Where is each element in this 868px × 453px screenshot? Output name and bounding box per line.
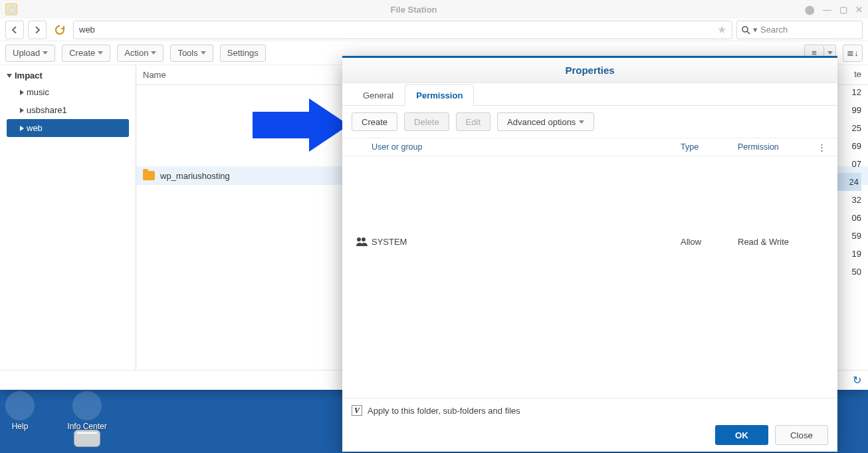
chevron-down-icon (201, 51, 206, 55)
close-icon[interactable]: ✕ (855, 5, 863, 15)
search-box[interactable]: ▾ Search (736, 21, 863, 39)
chevron-down-icon (98, 51, 103, 55)
permission-table-body: SYSTEM Allow Read & Write (342, 156, 837, 398)
path-input[interactable]: web ★ (73, 21, 732, 39)
desktop-icon-help[interactable]: Help (0, 391, 40, 431)
tree-item-web[interactable]: web (7, 119, 129, 137)
search-placeholder: Search (760, 25, 788, 35)
perm-delete-button[interactable]: Delete (404, 112, 449, 131)
drive-icon (74, 430, 100, 447)
window-title: File Station (23, 5, 805, 15)
table-row[interactable]: SYSTEM Allow Read & Write (352, 229, 828, 253)
col-permission[interactable]: Permission (738, 142, 817, 152)
chevron-down-icon (7, 74, 12, 78)
app-icon (5, 3, 17, 15)
dialog-title: Properties (342, 58, 837, 83)
row-name: SYSTEM (372, 237, 407, 247)
apply-checkbox-row[interactable]: V Apply to this folder, sub-folders and … (352, 405, 828, 416)
tab-general[interactable]: General (352, 84, 405, 106)
chevron-right-icon (20, 108, 24, 113)
pin-icon[interactable]: ⬤ (805, 5, 815, 15)
apply-label: Apply to this folder, sub-folders and fi… (368, 406, 520, 416)
item-name: wp_mariushosting (160, 171, 230, 181)
sort-button[interactable]: ≣↓ (843, 45, 863, 62)
group-icon (356, 237, 368, 246)
svg-marker-2 (253, 98, 349, 152)
chevron-down-icon (151, 51, 156, 55)
window-controls: ⬤ — ▢ ✕ (805, 5, 863, 15)
perm-edit-button[interactable]: Edit (456, 112, 490, 131)
svg-point-4 (362, 237, 366, 241)
col-user-or-group[interactable]: User or group (372, 142, 681, 152)
favorite-star-icon[interactable]: ★ (717, 23, 726, 36)
info-icon (72, 391, 102, 420)
path-value: web (79, 25, 95, 35)
help-icon (5, 391, 35, 420)
perm-advanced-button[interactable]: Advanced options (497, 112, 594, 131)
column-name: Name (143, 70, 166, 80)
svg-point-0 (742, 27, 748, 32)
maximize-icon[interactable]: ▢ (839, 5, 847, 15)
dialog-tabs: General Permission (342, 83, 837, 106)
create-button[interactable]: Create (62, 45, 110, 62)
size-column-fragment: te 12 99 25 69 07 24 32 06 59 19 50 (837, 65, 868, 281)
upload-button[interactable]: Upload (5, 45, 55, 62)
folder-icon (143, 171, 155, 180)
checkbox-checked-icon[interactable]: V (352, 405, 362, 416)
back-button[interactable] (5, 21, 24, 39)
tab-permission[interactable]: Permission (405, 84, 474, 106)
dialog-toolbar: Create Delete Edit Advanced options (342, 106, 837, 138)
folder-tree: Impact music usbshare1 web (0, 65, 136, 370)
svg-point-3 (357, 237, 361, 241)
search-icon (741, 25, 750, 35)
reload-button[interactable] (51, 21, 69, 39)
row-type: Allow (681, 237, 738, 247)
chevron-right-icon (20, 126, 24, 131)
properties-dialog: Properties General Permission Create Del… (342, 56, 837, 452)
tree-item-music[interactable]: music (0, 83, 136, 101)
chevron-right-icon (20, 90, 24, 95)
titlebar: File Station ⬤ — ▢ ✕ (0, 0, 868, 19)
col-type[interactable]: Type (681, 142, 738, 152)
permission-table-header: User or group Type Permission ⋮ (342, 138, 837, 156)
ok-button[interactable]: OK (715, 425, 768, 445)
settings-button[interactable]: Settings (220, 45, 266, 62)
chevron-down-icon (579, 120, 584, 124)
dialog-footer: V Apply to this folder, sub-folders and … (342, 398, 837, 452)
tree-root-impact[interactable]: Impact (0, 68, 136, 83)
nav-row: web ★ ▾ Search (0, 19, 868, 41)
annotation-arrow (246, 93, 352, 160)
tools-button[interactable]: Tools (170, 45, 213, 62)
refresh-icon[interactable]: ↻ (853, 374, 861, 386)
action-button[interactable]: Action (117, 45, 163, 62)
minimize-icon[interactable]: — (823, 5, 831, 15)
svg-line-1 (747, 31, 750, 34)
desktop-icon-info-center[interactable]: Info Center (64, 391, 110, 431)
chevron-down-icon (43, 51, 48, 55)
forward-button[interactable] (28, 21, 47, 39)
perm-create-button[interactable]: Create (352, 112, 397, 131)
column-fragment-header: te (854, 65, 861, 83)
desktop-icon-drive[interactable] (64, 430, 110, 447)
close-button[interactable]: Close (775, 425, 828, 445)
col-menu-icon[interactable]: ⋮ (817, 142, 828, 152)
tree-item-usbshare1[interactable]: usbshare1 (0, 101, 136, 119)
row-permission: Read & Write (738, 237, 817, 247)
